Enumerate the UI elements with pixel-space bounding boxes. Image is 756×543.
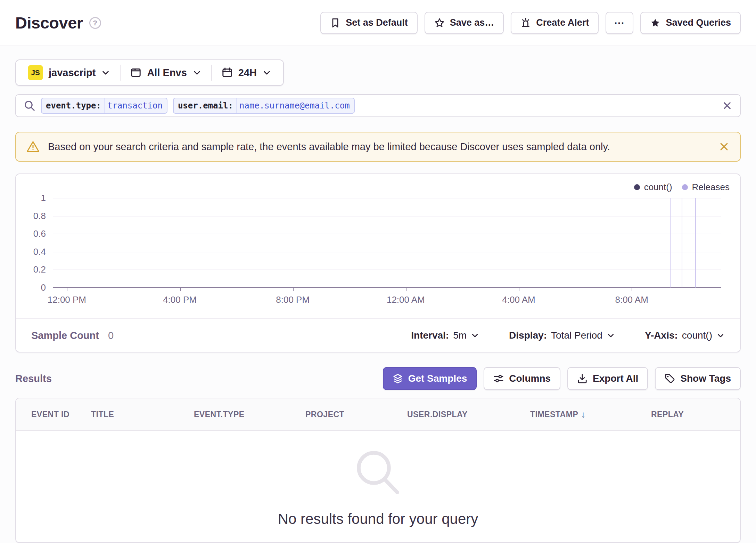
- search-icon: [24, 100, 35, 112]
- page-header: Discover ? Set as Default Save as… Creat…: [0, 0, 756, 46]
- y-axis-tick-label: 1: [15, 193, 46, 203]
- column-header-event-id[interactable]: EVENT ID: [31, 410, 91, 419]
- time-range-filter[interactable]: 24H: [212, 67, 281, 79]
- y-axis-tick-label: 0: [15, 282, 46, 293]
- search-token-value: name.surname@email.com: [237, 98, 354, 113]
- star-outline-icon: [434, 18, 445, 28]
- legend-dot: [634, 184, 640, 190]
- results-table: EVENT ID TITLE EVENT.TYPE PROJECT USER.D…: [15, 398, 741, 543]
- results-table-header: EVENT ID TITLE EVENT.TYPE PROJECT USER.D…: [16, 398, 740, 431]
- release-marker-line[interactable]: [682, 198, 682, 287]
- x-axis-line: [53, 287, 721, 288]
- y-axis-tick-label: 0.2: [15, 264, 46, 275]
- export-all-button[interactable]: Export All: [567, 367, 648, 390]
- chevron-down-icon: [192, 68, 202, 77]
- get-samples-button[interactable]: Get Samples: [383, 367, 477, 390]
- x-axis-tick: [519, 287, 519, 291]
- search-clear-button[interactable]: [722, 100, 732, 111]
- column-header-replay[interactable]: REPLAY: [651, 410, 725, 419]
- legend-dot: [682, 184, 688, 190]
- display-dropdown[interactable]: Display: Total Period: [509, 330, 615, 341]
- column-header-timestamp[interactable]: TIMESTAMP ↓: [530, 409, 651, 420]
- banner-close-icon[interactable]: [718, 141, 730, 152]
- chart-legend: count() Releases: [634, 182, 730, 193]
- banner-text: Based on your search criteria and sample…: [48, 141, 610, 153]
- chevron-down-icon: [262, 68, 271, 77]
- x-axis-tick: [67, 287, 67, 291]
- sample-count-label: Sample Count: [31, 330, 99, 341]
- y-axis-tick-label: 0.6: [15, 228, 46, 239]
- gridline: [53, 252, 721, 252]
- x-axis-tick-label: 4:00 AM: [502, 294, 535, 305]
- gridline: [53, 216, 721, 217]
- project-filter[interactable]: JS javascript: [18, 65, 120, 80]
- set-as-default-button[interactable]: Set as Default: [320, 12, 418, 34]
- chevron-down-icon: [101, 68, 110, 77]
- x-axis-tick-label: 12:00 AM: [387, 294, 425, 305]
- release-marker-line[interactable]: [695, 198, 696, 287]
- results-table-empty-state: No results found for your query: [16, 431, 740, 542]
- x-axis-tick-label: 4:00 PM: [163, 294, 197, 305]
- sort-desc-icon: ↓: [581, 409, 586, 420]
- search-token[interactable]: event.type: transaction: [41, 98, 167, 114]
- more-options-button[interactable]: ⋯: [606, 12, 633, 34]
- events-chart-panel: count() Releases 1 0.8 0.6 0.4 0.2: [15, 173, 741, 352]
- chevron-down-icon: [716, 331, 725, 340]
- results-heading: Results: [15, 373, 52, 384]
- x-axis-tick-label: 8:00 PM: [276, 294, 310, 305]
- chart-footer: Sample Count 0 Interval: 5m Display: Tot…: [16, 318, 740, 352]
- sample-count-value: 0: [108, 330, 114, 341]
- search-token[interactable]: user.email: name.surname@email.com: [173, 98, 355, 114]
- column-header-event-type[interactable]: EVENT.TYPE: [194, 410, 305, 419]
- bookmark-icon: [330, 18, 340, 28]
- tag-icon: [665, 373, 675, 384]
- x-axis-tick: [180, 287, 181, 291]
- legend-item-releases[interactable]: Releases: [682, 182, 730, 193]
- save-as-button[interactable]: Save as…: [425, 12, 504, 34]
- empty-message: No results found for your query: [278, 511, 478, 527]
- window-icon: [130, 67, 141, 78]
- magnifier-empty-icon: [352, 446, 404, 498]
- warning-triangle-icon: [26, 140, 40, 153]
- x-axis-tick: [293, 287, 294, 291]
- sampled-data-warning-banner: Based on your search criteria and sample…: [15, 132, 741, 162]
- gridline: [53, 198, 721, 198]
- interval-dropdown[interactable]: Interval: 5m: [411, 330, 479, 341]
- x-axis-tick-label: 8:00 AM: [615, 294, 648, 305]
- y-axis-tick-label: 0.8: [15, 210, 46, 221]
- results-header-row: Results Get Samples Columns: [15, 367, 741, 390]
- environment-filter[interactable]: All Envs: [121, 67, 211, 79]
- search-token-key: user.email:: [174, 98, 237, 113]
- download-icon: [577, 373, 587, 384]
- release-marker-line[interactable]: [670, 198, 671, 287]
- search-token-value: transaction: [105, 98, 167, 113]
- column-header-user-display[interactable]: USER.DISPLAY: [407, 410, 530, 419]
- help-icon[interactable]: ?: [89, 17, 101, 29]
- discover-page: Discover ? Set as Default Save as… Creat…: [0, 0, 756, 543]
- gridline: [53, 234, 721, 234]
- project-filter-label: javascript: [49, 67, 96, 79]
- saved-queries-button[interactable]: Saved Queries: [640, 12, 741, 34]
- layers-icon: [393, 373, 403, 384]
- calendar-icon: [222, 67, 233, 78]
- column-header-project[interactable]: PROJECT: [305, 410, 407, 419]
- column-header-title[interactable]: TITLE: [91, 410, 194, 419]
- columns-button[interactable]: Columns: [484, 367, 560, 390]
- time-range-label: 24H: [238, 67, 257, 79]
- star-filled-icon: [650, 18, 660, 28]
- environment-filter-label: All Envs: [147, 67, 187, 79]
- x-axis-tick: [406, 287, 406, 291]
- y-axis-tick-label: 0.4: [15, 246, 46, 257]
- y-axis-dropdown[interactable]: Y-Axis: count(): [645, 330, 725, 341]
- results-actions: Get Samples Columns Export All: [383, 367, 741, 390]
- search-input[interactable]: event.type: transaction user.email: name…: [15, 94, 741, 117]
- sliders-icon: [493, 373, 504, 384]
- gridline: [53, 269, 721, 270]
- page-title: Discover: [15, 13, 83, 32]
- legend-item-count[interactable]: count(): [634, 182, 672, 193]
- x-axis-tick: [632, 287, 632, 291]
- create-alert-button[interactable]: Create Alert: [511, 12, 599, 34]
- page-filter-bar: JS javascript All Envs: [15, 59, 284, 86]
- show-tags-button[interactable]: Show Tags: [655, 367, 741, 390]
- chevron-down-icon: [607, 331, 615, 340]
